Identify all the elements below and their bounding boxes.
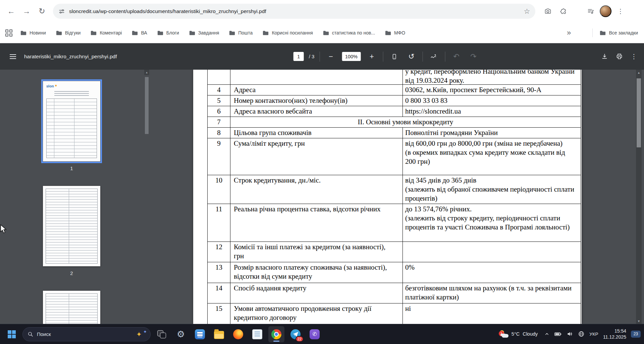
thumbnail-page-preview: slon xyxy=(43,81,100,161)
network-globe-icon[interactable] xyxy=(578,331,585,337)
firefox-taskbar-button[interactable] xyxy=(230,326,246,342)
pdf-more-icon[interactable]: ⋮ xyxy=(628,51,640,63)
bookmark-folder-статистика по нов...[interactable]: статистика по нов... xyxy=(320,28,378,38)
volume-icon[interactable] xyxy=(567,331,573,337)
bookmark-folder-label: Пошта xyxy=(238,30,253,36)
toolbar-divider xyxy=(445,52,445,62)
chrome-taskbar-button[interactable] xyxy=(268,326,284,342)
main-scrollbar[interactable]: ▲ ▼ xyxy=(636,70,642,324)
bookmark-star-icon[interactable]: ☆ xyxy=(521,5,533,18)
explorer-taskbar-button[interactable] xyxy=(211,326,227,342)
annotate-pen-icon[interactable] xyxy=(428,51,440,63)
calculator-taskbar-button[interactable] xyxy=(192,326,208,342)
bookmark-folder-Пошта[interactable]: Пошта xyxy=(226,28,256,38)
bookmark-folder-МФО[interactable]: МФО xyxy=(382,28,409,38)
calculator-icon xyxy=(195,329,205,339)
zoom-in-icon[interactable]: + xyxy=(366,51,378,63)
taskbar-search[interactable]: Поиск ✦ ✦ xyxy=(22,327,151,341)
pdf-menu-icon[interactable] xyxy=(5,49,20,64)
omnibox[interactable]: sloncredit.ua/wp-content/uploads/documen… xyxy=(53,4,535,19)
bookmark-folder-Блоги[interactable]: Блоги xyxy=(154,28,182,38)
bookmarks-bar: Новини Відгуки Коментарі ВА Блог xyxy=(0,22,644,43)
apps-grid-icon[interactable] xyxy=(5,29,12,37)
row-label: Номер контактного(них) телефону(ів) xyxy=(230,95,403,106)
row-label: Адреса xyxy=(230,85,403,95)
reload-button[interactable]: ↻ xyxy=(35,4,49,18)
row-value: від 345 днів до 365 днів (залежить від о… xyxy=(403,175,581,204)
all-bookmarks-label: Все закладки xyxy=(609,30,638,36)
bookmark-folder-label: статистика по нов... xyxy=(332,30,375,36)
row-label: Умови автоматичного продовження строку д… xyxy=(230,303,403,324)
scroll-up-icon[interactable]: ▲ xyxy=(636,70,642,75)
row-value: ні xyxy=(403,303,581,324)
url-text[interactable]: sloncredit.ua/wp-content/uploads/documen… xyxy=(69,8,517,14)
weather-widget[interactable]: 1 5°C Cloudy xyxy=(497,327,540,341)
profile-avatar[interactable] xyxy=(600,5,611,17)
row-number: 11 xyxy=(208,204,230,242)
folder-icon xyxy=(600,30,606,36)
fit-page-icon[interactable] xyxy=(388,51,400,63)
start-button[interactable] xyxy=(4,327,19,342)
table-row-12: 12Комісії та інші платежі за кредитом (з… xyxy=(208,242,581,262)
bookmark-folder-ВА[interactable]: ВА xyxy=(128,28,150,38)
clock[interactable]: 15:54 11.12.2025 xyxy=(603,328,626,340)
row-value: 0 800 33 03 83 xyxy=(403,95,581,106)
sidebar-scrollbar-thumb[interactable] xyxy=(145,77,149,134)
settings-taskbar-button[interactable]: ⚙ xyxy=(173,326,189,342)
folder-icon xyxy=(56,30,62,36)
table-row-5: 5Номер контактного(них) телефону(ів)0 80… xyxy=(208,95,581,106)
battery-icon[interactable] xyxy=(554,330,562,338)
page-thumbnail-3[interactable]: 3 xyxy=(43,291,100,324)
download-icon[interactable] xyxy=(598,51,610,63)
site-info-icon[interactable] xyxy=(58,8,65,15)
back-button[interactable]: ← xyxy=(4,4,18,18)
row-number: 14 xyxy=(208,283,230,303)
hidden-icons-chevron-icon[interactable] xyxy=(544,332,549,337)
page-thumbnail-2[interactable]: 2 xyxy=(43,186,100,276)
browser-menu-icon[interactable]: ⋮ xyxy=(614,5,627,18)
bookmarks-overflow-icon[interactable]: » xyxy=(567,28,571,37)
sidebar-scroll-up-icon[interactable]: ▲ xyxy=(144,70,149,75)
forward-button[interactable]: → xyxy=(19,4,34,18)
camera-lens-icon[interactable] xyxy=(541,5,554,18)
page-number-input[interactable]: 1 xyxy=(293,52,304,61)
folder-icon xyxy=(157,30,163,36)
row-number: 15 xyxy=(208,303,230,324)
viber-taskbar-button[interactable]: ✆ xyxy=(307,326,323,342)
redo-icon[interactable]: ↷ xyxy=(467,51,479,63)
undo-icon[interactable]: ↶ xyxy=(450,51,462,63)
notepad-taskbar-button[interactable] xyxy=(249,326,265,342)
bookmark-folder-Коментарі[interactable]: Коментарі xyxy=(87,28,125,38)
media-controls-icon[interactable] xyxy=(584,5,597,18)
sidebar-scrollbar[interactable]: ▲ xyxy=(144,70,149,324)
print-icon[interactable] xyxy=(613,51,625,63)
scroll-down-icon[interactable]: ▼ xyxy=(636,318,642,324)
page-thumbnail-1[interactable]: slon1 xyxy=(43,81,100,171)
table-row-10: 10Строк кредитування, дн./міс.від 345 дн… xyxy=(208,175,581,204)
bookmark-folder-label: Новини xyxy=(30,30,46,36)
bookmark-folder-Завдання[interactable]: Завдання xyxy=(186,28,223,38)
folder-icon xyxy=(263,30,269,36)
notification-count-badge[interactable]: 23 xyxy=(631,331,641,338)
task-view-icon[interactable] xyxy=(154,326,170,342)
row-number: 13 xyxy=(208,262,230,283)
language-indicator[interactable]: УКР xyxy=(589,332,598,337)
telegram-taskbar-button[interactable]: 22 xyxy=(287,326,304,342)
zoom-level-input[interactable]: 100% xyxy=(342,52,361,61)
weather-temperature: 5°C xyxy=(512,331,520,337)
document-table: у кредит, переоформлено Національним бан… xyxy=(207,70,581,324)
weather-condition: Cloudy xyxy=(523,331,538,337)
rotate-icon[interactable]: ↺ xyxy=(405,51,417,63)
bookmark-folder-label: Завдання xyxy=(198,30,219,36)
copilot-sparkle-icon: ✦ ✦ xyxy=(136,329,148,339)
bookmark-folder-label: Коментарі xyxy=(100,30,122,36)
pdf-toolbar-right: ⋮ xyxy=(598,51,640,63)
all-bookmarks-button[interactable]: Все закладки xyxy=(592,28,638,37)
table-row-7: 7ІІ. Основні умови мікрокредиту xyxy=(208,117,581,128)
bookmark-folder-Відгуки[interactable]: Відгуки xyxy=(53,28,84,38)
zoom-out-icon[interactable]: − xyxy=(325,51,337,63)
scrollbar-thumb[interactable] xyxy=(637,78,641,147)
extensions-puzzle-icon[interactable] xyxy=(557,5,570,18)
bookmark-folder-Новини[interactable]: Новини xyxy=(17,28,49,38)
bookmark-folder-Корисні посилання[interactable]: Корисні посилання xyxy=(259,28,316,38)
